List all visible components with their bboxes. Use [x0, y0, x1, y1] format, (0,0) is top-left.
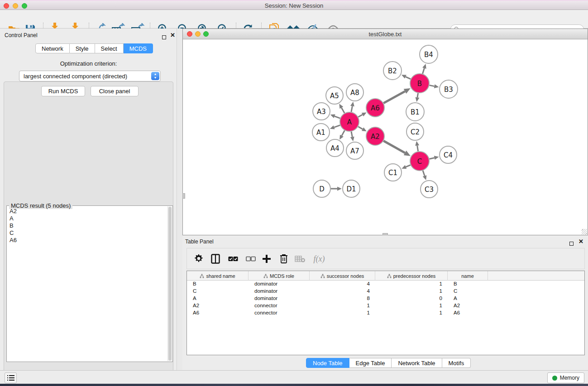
- list-icon: [7, 375, 14, 381]
- graph-node-label: C1: [388, 169, 397, 177]
- graph-edge[interactable]: [430, 85, 435, 86]
- graph-node-label: A6: [371, 104, 380, 112]
- edge-arrowhead: [423, 175, 427, 180]
- graph-edge[interactable]: [383, 141, 405, 153]
- optimization-criterion-select[interactable]: largest connected component (directed) ▲…: [19, 71, 161, 81]
- table-cell[interactable]: 1: [375, 310, 448, 317]
- graph-edge[interactable]: [429, 158, 434, 159]
- table-cell[interactable]: 1: [375, 302, 448, 310]
- columns-icon[interactable]: [210, 253, 221, 265]
- tab-motifs[interactable]: Motifs: [442, 358, 471, 368]
- tab-select[interactable]: Select: [95, 43, 124, 53]
- graph-edge[interactable]: [342, 130, 344, 136]
- mcds-result-item[interactable]: A6: [9, 237, 167, 244]
- network-window-title: testGlobe.txt: [183, 31, 588, 38]
- graph-edge[interactable]: [417, 93, 418, 98]
- graph-edge[interactable]: [358, 127, 363, 129]
- delete-table-icon[interactable]: [294, 253, 306, 265]
- deselect-all-icon[interactable]: [245, 253, 257, 265]
- column-header[interactable]: MCDS role: [249, 271, 310, 281]
- table-cell[interactable]: 4: [310, 288, 375, 295]
- table-float-icon[interactable]: [569, 239, 574, 248]
- table-cell[interactable]: 1: [310, 310, 375, 317]
- edge-arrowhead: [330, 125, 335, 129]
- table-cell[interactable]: connector: [249, 302, 310, 310]
- table-row[interactable]: Bdominator41B: [187, 281, 584, 288]
- network-vscroll-indicator[interactable]: [182, 193, 185, 199]
- tab-node-table[interactable]: Node Table: [306, 358, 349, 368]
- table-cell[interactable]: A: [187, 295, 249, 302]
- graph-node-label: A8: [350, 89, 359, 97]
- graph-edge[interactable]: [406, 165, 411, 167]
- graph-node-label: A1: [316, 129, 325, 137]
- table-row[interactable]: Adominator80A: [187, 295, 584, 302]
- close-panel-icon[interactable]: ✕: [170, 33, 175, 38]
- table-cell[interactable]: C: [448, 288, 488, 295]
- add-column-icon[interactable]: [261, 253, 272, 265]
- network-canvas[interactable]: B4B2BB3A5A8A3A6B1AA1C2A2A4A7CC4C1C3DD1: [183, 40, 588, 235]
- mcds-result-item[interactable]: A2: [9, 208, 167, 215]
- table-row[interactable]: A2connector11A2: [187, 302, 584, 310]
- graph-edge[interactable]: [351, 132, 352, 137]
- gear-icon[interactable]: [193, 253, 205, 265]
- graph-edge[interactable]: [423, 68, 425, 74]
- tab-network-table[interactable]: Network Table: [392, 358, 442, 368]
- table-cell[interactable]: 0: [375, 295, 448, 302]
- graph-edge[interactable]: [406, 77, 411, 79]
- graph-edge[interactable]: [341, 108, 344, 113]
- table-cell[interactable]: A6: [187, 310, 249, 317]
- table-panel: Table Panel ✕: [182, 235, 588, 370]
- tab-style[interactable]: Style: [70, 43, 95, 53]
- mcds-result-item[interactable]: A: [9, 215, 167, 222]
- network-window-titlebar[interactable]: testGlobe.txt: [183, 29, 588, 39]
- column-header[interactable]: shared name: [187, 271, 249, 281]
- column-header[interactable]: predecessor nodes: [375, 271, 448, 281]
- table-cell[interactable]: A2: [187, 302, 249, 310]
- table-cell[interactable]: 8: [310, 295, 375, 302]
- mcds-result-item[interactable]: C: [9, 229, 167, 237]
- graph-edge[interactable]: [417, 146, 418, 152]
- delete-column-icon[interactable]: [278, 253, 290, 265]
- tab-edge-table[interactable]: Edge Table: [349, 358, 392, 368]
- table-cell[interactable]: B: [448, 281, 488, 288]
- select-all-icon[interactable]: [227, 253, 239, 265]
- status-bar: Memory: [0, 370, 588, 384]
- table-cell[interactable]: A6: [448, 310, 488, 317]
- mcds-result-item[interactable]: B: [9, 222, 167, 229]
- graph-edge[interactable]: [351, 106, 352, 112]
- table-cell[interactable]: 1: [375, 288, 448, 295]
- tab-mcds[interactable]: MCDS: [124, 43, 153, 53]
- table-cell[interactable]: B: [187, 281, 249, 288]
- column-header[interactable]: successor nodes: [310, 271, 375, 281]
- table-cell[interactable]: C: [187, 288, 249, 295]
- table-cell[interactable]: 1: [375, 281, 448, 288]
- graph-node-label: B4: [424, 51, 433, 59]
- close-panel-button[interactable]: Close panel: [91, 86, 139, 96]
- run-mcds-button[interactable]: Run MCDS: [41, 86, 85, 96]
- table-cell[interactable]: dominator: [249, 288, 310, 295]
- resize-grip-icon[interactable]: [582, 229, 587, 234]
- table-cell[interactable]: 4: [310, 281, 375, 288]
- table-cell[interactable]: dominator: [249, 281, 310, 288]
- table-cell[interactable]: A: [448, 295, 488, 302]
- function-builder-icon[interactable]: f(x): [310, 253, 328, 265]
- mcds-result-list: A2ABCA6: [9, 208, 167, 360]
- table-row[interactable]: A6connector11A6: [187, 310, 584, 317]
- graph-edge[interactable]: [423, 171, 425, 176]
- table-cell[interactable]: A2: [448, 302, 488, 310]
- table-cell[interactable]: dominator: [249, 295, 310, 302]
- table-cell[interactable]: connector: [249, 310, 310, 317]
- table-close-icon[interactable]: ✕: [578, 239, 583, 244]
- graph-edge[interactable]: [358, 114, 363, 117]
- graph-edge[interactable]: [383, 91, 405, 103]
- graph-edge[interactable]: [334, 125, 340, 128]
- result-scrollbar[interactable]: [167, 206, 172, 361]
- task-history-button[interactable]: [5, 372, 17, 383]
- float-panel-icon[interactable]: [162, 33, 166, 41]
- column-header[interactable]: name: [448, 271, 488, 281]
- tab-network[interactable]: Network: [35, 43, 70, 53]
- table-row[interactable]: Cdominator41C: [187, 288, 584, 295]
- graph-edge[interactable]: [335, 116, 340, 119]
- table-cell[interactable]: 1: [310, 302, 375, 310]
- memory-button[interactable]: Memory: [547, 372, 584, 383]
